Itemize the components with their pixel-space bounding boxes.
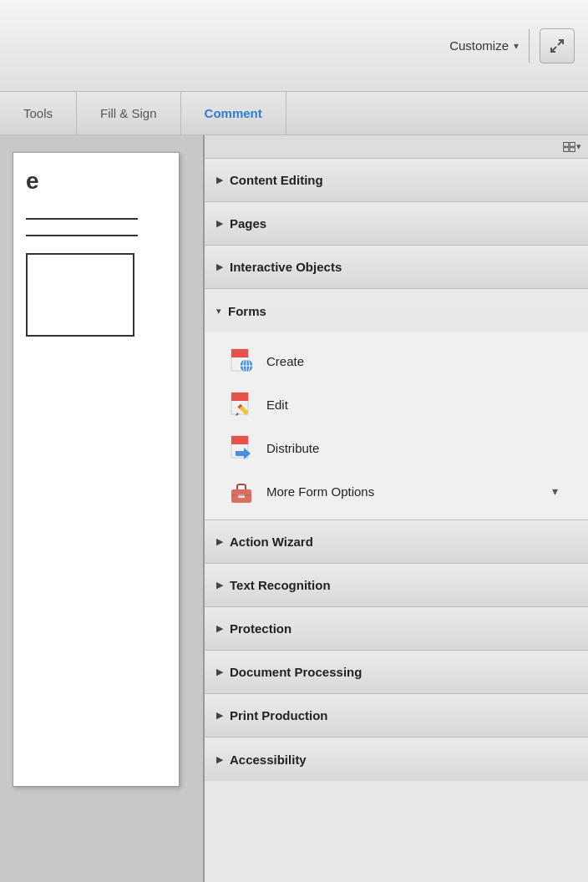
action-wizard-label: Action Wizard (230, 535, 313, 549)
grid-icon-button[interactable]: ▾ (563, 139, 581, 155)
forms-header[interactable]: ▾ Forms (205, 289, 588, 332)
section-document-processing[interactable]: ▶ Document Processing (205, 651, 588, 694)
tab-bar: Tools Fill & Sign Comment (0, 92, 588, 135)
panel-dropdown-arrow: ▾ (576, 141, 581, 152)
print-production-label: Print Production (230, 708, 328, 722)
forms-create-item[interactable]: Create (205, 339, 588, 383)
text-recognition-arrow: ▶ (216, 580, 223, 591)
panel-header: ▾ (205, 135, 588, 159)
vertical-divider (529, 29, 530, 63)
tab-fill-sign[interactable]: Fill & Sign (77, 92, 181, 134)
svg-rect-5 (570, 147, 575, 151)
distribute-icon-svg (229, 434, 254, 461)
svg-rect-14 (231, 393, 248, 401)
forms-edit-item[interactable]: Edit (205, 383, 588, 426)
svg-rect-7 (231, 349, 248, 357)
section-pages[interactable]: ▶ Pages (205, 202, 588, 246)
accessibility-arrow: ▶ (216, 754, 223, 765)
action-wizard-arrow: ▶ (216, 536, 223, 547)
doc-letter: e (26, 170, 166, 193)
accessibility-label: Accessibility (230, 753, 307, 767)
edit-label: Edit (266, 398, 288, 412)
interactive-objects-arrow: ▶ (216, 261, 223, 272)
more-form-options-icon (228, 478, 255, 504)
more-form-options-label: More Form Options (266, 484, 374, 499)
print-production-arrow: ▶ (216, 710, 223, 721)
tab-tools[interactable]: Tools (0, 92, 77, 134)
protection-label: Protection (230, 621, 291, 636)
forms-content: Create (205, 332, 588, 520)
document-processing-arrow: ▶ (216, 667, 223, 677)
create-icon (228, 347, 255, 374)
tab-comment[interactable]: Comment (181, 92, 286, 134)
top-bar: Customize ▾ (0, 0, 588, 92)
grid-icon-svg (563, 139, 575, 155)
svg-rect-3 (570, 142, 575, 146)
distribute-label: Distribute (266, 441, 319, 455)
edit-icon-svg (229, 391, 254, 418)
section-print-production[interactable]: ▶ Print Production (205, 694, 588, 738)
create-icon-svg (229, 347, 254, 374)
content-editing-label: Content Editing (230, 173, 323, 187)
section-action-wizard[interactable]: ▶ Action Wizard (205, 520, 588, 564)
svg-rect-19 (231, 436, 248, 444)
forms-distribute-item[interactable]: Distribute (205, 426, 588, 469)
doc-line-2 (26, 235, 138, 236)
section-protection[interactable]: ▶ Protection (205, 607, 588, 651)
forms-more-options-item[interactable]: More Form Options ▾ (205, 469, 588, 513)
section-forms: ▾ Forms (205, 289, 588, 520)
svg-rect-2 (564, 142, 569, 146)
section-accessibility[interactable]: ▶ Accessibility (205, 738, 588, 781)
create-label: Create (266, 354, 304, 368)
more-form-left: More Form Options (228, 478, 374, 504)
protection-arrow: ▶ (216, 623, 223, 634)
forms-label: Forms (228, 304, 266, 318)
customize-label: Customize (449, 38, 509, 53)
doc-box (26, 253, 134, 337)
section-text-recognition[interactable]: ▶ Text Recognition (205, 564, 588, 607)
document-processing-label: Document Processing (230, 665, 362, 679)
more-form-options-arrow: ▾ (552, 484, 558, 498)
text-recognition-label: Text Recognition (230, 578, 331, 592)
section-content-editing[interactable]: ▶ Content Editing (205, 159, 588, 202)
main-area: e ▾ ▶ Content Editing (0, 135, 588, 882)
tools-panel: ▾ ▶ Content Editing ▶ Pages ▶ Interactiv… (205, 135, 588, 882)
customize-dropdown-arrow: ▾ (514, 40, 519, 52)
section-interactive-objects[interactable]: ▶ Interactive Objects (205, 246, 588, 289)
doc-line-1 (26, 218, 138, 220)
document-page: e (13, 152, 180, 787)
pages-arrow: ▶ (216, 218, 223, 229)
pages-label: Pages (230, 216, 266, 231)
svg-rect-4 (564, 147, 569, 151)
forms-arrow: ▾ (216, 306, 221, 317)
customize-button[interactable]: Customize ▾ (449, 38, 519, 53)
interactive-objects-label: Interactive Objects (230, 260, 342, 274)
expand-button[interactable] (540, 28, 575, 63)
content-editing-arrow: ▶ (216, 175, 223, 185)
edit-icon (228, 391, 255, 418)
more-form-options-icon-svg (229, 478, 254, 504)
expand-icon (549, 38, 565, 54)
document-panel: e (0, 135, 205, 882)
distribute-icon (228, 434, 255, 461)
